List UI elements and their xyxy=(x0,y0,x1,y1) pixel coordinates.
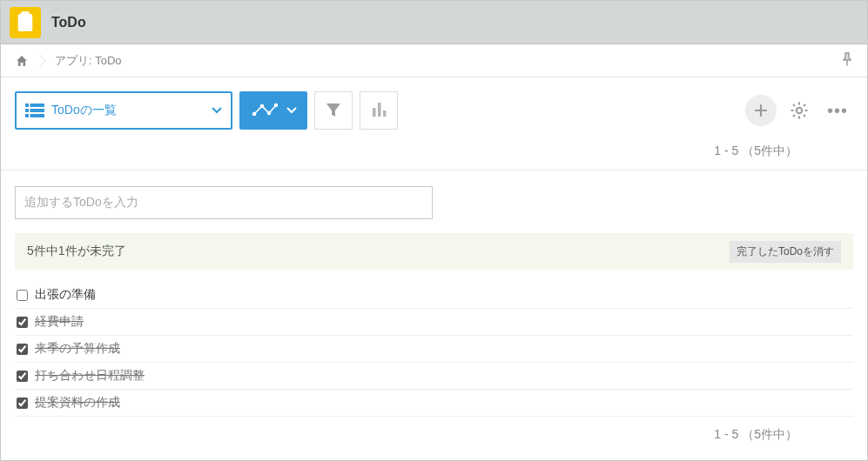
svg-rect-14 xyxy=(383,110,387,117)
view-selector[interactable]: ToDoの一覧 xyxy=(15,91,232,130)
todo-list: 出張の準備 経費申請 来季の予算作成 打ち合わせ日程調整 提案資料の作成 xyxy=(15,282,853,417)
status-text: 5件中1件が未完了 xyxy=(27,244,126,259)
todo-row: 提案資料の作成 xyxy=(15,390,853,417)
app-title: ToDo xyxy=(51,15,86,30)
settings-button[interactable] xyxy=(784,95,815,126)
add-record-button[interactable] xyxy=(745,95,777,126)
gear-icon xyxy=(790,101,809,120)
svg-rect-12 xyxy=(373,108,376,117)
svg-rect-2 xyxy=(19,14,32,30)
svg-line-23 xyxy=(793,115,795,117)
table-view-icon xyxy=(25,104,44,117)
svg-line-20 xyxy=(793,104,795,106)
svg-line-22 xyxy=(804,104,805,106)
app-header: ToDo xyxy=(1,1,867,44)
toolbar: ToDoの一覧 xyxy=(1,77,867,138)
funnel-icon xyxy=(325,101,342,121)
ellipsis-icon: ••• xyxy=(827,101,848,120)
breadcrumb: アプリ: ToDo xyxy=(1,44,867,77)
pager-bottom: 1 - 5 （5件中） xyxy=(1,420,867,443)
breadcrumb-current: アプリ: ToDo xyxy=(55,53,122,69)
clear-completed-button[interactable]: 完了したToDoを消す xyxy=(730,241,841,263)
svg-rect-7 xyxy=(29,104,30,117)
svg-rect-4 xyxy=(25,104,44,107)
todo-checkbox[interactable] xyxy=(17,371,28,382)
todo-row: 出張の準備 xyxy=(15,282,853,309)
todo-label: 出張の準備 xyxy=(35,287,96,303)
plus-icon xyxy=(754,104,768,117)
todo-checkbox[interactable] xyxy=(17,344,28,355)
pager-top: 1 - 5 （5件中） xyxy=(1,138,867,170)
svg-rect-5 xyxy=(25,109,44,112)
todo-checkbox[interactable] xyxy=(17,398,28,409)
svg-rect-13 xyxy=(378,103,381,117)
svg-point-15 xyxy=(797,108,802,113)
svg-rect-3 xyxy=(22,12,28,16)
content-area: 追加するToDoを入力 5件中1件が未完了 完了したToDoを消す 出張の準備 … xyxy=(1,170,867,420)
filter-button[interactable] xyxy=(314,91,353,130)
todo-checkbox[interactable] xyxy=(17,317,28,328)
app-icon xyxy=(10,7,41,38)
status-bar: 5件中1件が未完了 完了したToDoを消す xyxy=(15,233,853,270)
chevron-down-icon xyxy=(286,107,297,114)
todo-label: 来季の予算作成 xyxy=(35,341,120,357)
home-icon[interactable] xyxy=(15,54,29,68)
todo-label: 打ち合わせ日程調整 xyxy=(35,368,145,384)
todo-label: 提案資料の作成 xyxy=(35,395,120,411)
graph-view-button[interactable] xyxy=(239,91,307,130)
todo-label: 経費申請 xyxy=(35,314,84,330)
bar-chart-icon xyxy=(370,101,387,121)
svg-line-21 xyxy=(804,115,805,117)
chevron-down-icon xyxy=(212,107,222,114)
svg-rect-6 xyxy=(25,114,44,117)
more-menu-button[interactable]: ••• xyxy=(822,101,853,121)
todo-row: 経費申請 xyxy=(15,309,853,336)
view-selector-label: ToDoの一覧 xyxy=(51,103,117,118)
breadcrumb-separator-icon xyxy=(39,54,46,68)
add-todo-input[interactable]: 追加するToDoを入力 xyxy=(15,186,433,219)
todo-checkbox[interactable] xyxy=(17,290,28,301)
bar-chart-button[interactable] xyxy=(360,91,398,130)
line-chart-icon xyxy=(252,102,278,119)
pin-icon[interactable] xyxy=(841,52,853,69)
todo-row: 打ち合わせ日程調整 xyxy=(15,363,853,390)
todo-row: 来季の予算作成 xyxy=(15,336,853,363)
add-todo-placeholder: 追加するToDoを入力 xyxy=(24,195,138,210)
